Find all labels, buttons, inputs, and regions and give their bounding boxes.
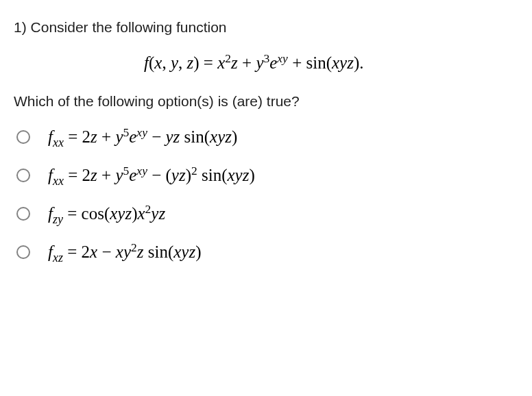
question-subprompt: Which of the following option(s) is (are… xyxy=(14,93,518,110)
option-2[interactable]: fxx = 2z + y5exy − (yz)2 sin(xyz) xyxy=(14,166,518,185)
options-list: fxx = 2z + y5exy − yz sin(xyz) fxx = 2z … xyxy=(14,127,518,262)
option-3-math: fzy = cos(xyz)x2yz xyxy=(48,204,165,223)
question-number: 1) xyxy=(14,19,27,35)
option-2-math: fxx = 2z + y5exy − (yz)2 sin(xyz) xyxy=(48,166,255,185)
radio-icon[interactable] xyxy=(16,130,30,144)
option-4-math: fxz = 2x − xy2z sin(xyz) xyxy=(48,243,201,262)
option-4[interactable]: fxz = 2x − xy2z sin(xyz) xyxy=(14,243,518,262)
question-text: Consider the following function xyxy=(31,19,227,35)
radio-icon[interactable] xyxy=(16,207,30,221)
radio-icon[interactable] xyxy=(16,245,30,259)
question-prompt: 1) Consider the following function xyxy=(14,19,518,36)
radio-icon[interactable] xyxy=(16,169,30,182)
option-1[interactable]: fxx = 2z + y5exy − yz sin(xyz) xyxy=(14,127,518,147)
question-equation: f(x, y, z) = x2z + y3exy + sin(xyz). xyxy=(144,53,518,73)
option-1-math: fxx = 2z + y5exy − yz sin(xyz) xyxy=(48,127,237,147)
question-container: 1) Consider the following function f(x, … xyxy=(0,0,532,275)
option-3[interactable]: fzy = cos(xyz)x2yz xyxy=(14,204,518,223)
